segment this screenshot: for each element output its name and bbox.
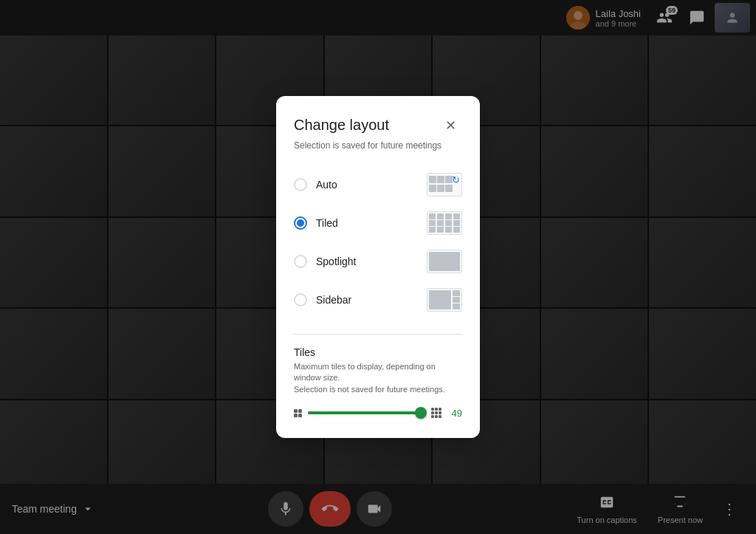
tiles-desc-line1: Maximum tiles to display, depending on w…	[294, 362, 436, 382]
layout-options: Auto ↻	[294, 165, 462, 319]
layout-option-spotlight[interactable]: Spotlight	[294, 242, 462, 281]
tiles-section: Tiles Maximum tiles to display, dependin…	[294, 334, 462, 420]
preview-sidebar	[427, 288, 462, 312]
radio-auto	[294, 178, 307, 191]
slider-thumb[interactable]	[415, 407, 427, 419]
preview-auto: ↻	[427, 173, 462, 196]
change-layout-dialog: Change layout ✕ Selection is saved for f…	[276, 96, 480, 438]
tiles-desc: Maximum tiles to display, depending on w…	[294, 361, 462, 395]
preview-spotlight	[427, 250, 462, 273]
slider-value: 49	[447, 408, 462, 419]
dialog-subtitle: Selection is saved for future meetings	[294, 140, 462, 151]
tiles-title: Tiles	[294, 346, 462, 358]
layout-label-tiled: Tiled	[316, 217, 338, 229]
layout-option-sidebar[interactable]: Sidebar	[294, 281, 462, 319]
dialog-overlay: Change layout ✕ Selection is saved for f…	[0, 0, 756, 534]
dialog-header: Change layout ✕	[294, 114, 462, 137]
tiles-slider[interactable]	[308, 405, 425, 420]
tiles-desc-line2: Selection is not saved for future meetin…	[294, 385, 445, 394]
slider-row: 49	[294, 405, 462, 420]
close-icon: ✕	[445, 117, 456, 134]
slider-fill	[308, 411, 421, 414]
radio-spotlight	[294, 255, 307, 268]
layout-label-sidebar: Sidebar	[316, 294, 351, 306]
grid-large-icon	[431, 408, 441, 418]
layout-option-auto[interactable]: Auto ↻	[294, 165, 462, 204]
radio-sidebar	[294, 293, 307, 307]
layout-label-auto: Auto	[316, 179, 337, 191]
radio-tiled	[294, 216, 307, 230]
dialog-close-button[interactable]: ✕	[439, 114, 462, 137]
grid-small-icon	[294, 409, 302, 417]
preview-tiled	[427, 211, 462, 235]
layout-label-spotlight: Spotlight	[316, 256, 356, 267]
dialog-title: Change layout	[294, 117, 389, 134]
layout-option-tiled[interactable]: Tiled	[294, 204, 462, 242]
